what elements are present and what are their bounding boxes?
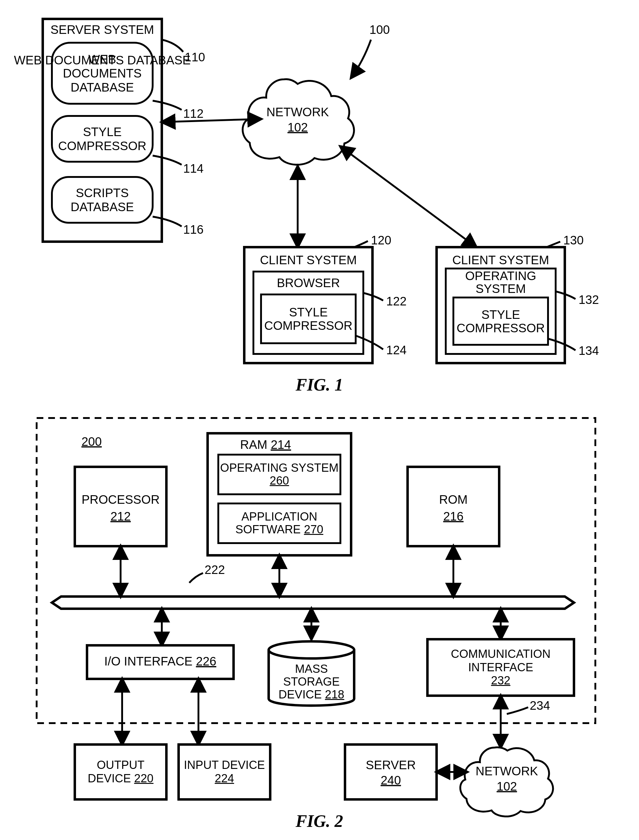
output-device-ref: 220 [134,772,153,785]
fig1-ref: 100 [369,23,390,36]
mass-storage-ref: 218 [325,688,344,701]
comm-interface-ref: 232 [491,674,510,687]
fig2: 200 PROCESSOR 212 RAM 214 OPERATING SYST… [37,418,595,830]
processor-ref: 212 [111,510,131,523]
server [345,745,437,799]
comm-interface-label: COMMUNICATION INTERFACE [451,647,551,674]
processor [75,467,166,546]
client-b-os-ref: 132 [579,293,599,306]
io-interface-label: I/O INTERFACE [105,655,192,668]
client-system-b: CLIENT SYSTEM OPERATING SYSTEM STYLE COM… [437,247,565,363]
svg-point-13 [269,641,354,658]
web-docs-db-ref: 112 [183,107,203,120]
comm-link-ref: 234 [530,699,550,712]
fig2-network-ref: 102 [497,780,517,793]
client-system-a: CLIENT SYSTEM BROWSER STYLE COMPRESSOR [244,247,372,363]
scripts-db-ref: 116 [183,223,203,236]
client-b-sc-label: STYLE COMPRESSOR [453,298,548,345]
ram-os-label: OPERATING SYSTEM [220,461,339,474]
ram-app-ref: 270 [304,523,323,536]
web-docs-db-label: WEB DOCUMENTS DATABASE [52,43,153,104]
client-a-title: CLIENT SYSTEM [260,253,357,267]
server-label: SERVER [366,758,416,772]
server-style-compressor-label: STYLE COMPRESSOR [52,116,153,162]
svg-text:I/O INTERFACE  226: I/O INTERFACE 226 [105,655,216,668]
bus [52,596,574,609]
rom [408,467,499,546]
diagram-canvas: .bx{fill:#fff;stroke:#000;stroke-width:6… [0,0,639,840]
rom-label: ROM [439,493,467,506]
client-b-ref: 130 [563,233,584,247]
ram-label: RAM 214 [240,438,291,451]
processor-label: PROCESSOR [81,493,160,506]
system-ref: 200 [81,435,102,448]
client-a-ref: 120 [371,233,391,247]
svg-line-3 [340,146,476,247]
client-a-style-compressor-label: STYLE COMPRESSOR [261,295,356,343]
scripts-db-label: SCRIPTS DATABASE [52,177,153,223]
client-a-sc-ref: 124 [386,343,407,357]
browser-label: BROWSER [277,276,340,290]
browser-ref: 122 [386,295,407,308]
client-b-title: CLIENT SYSTEM [452,253,549,267]
client-b-sc-ref: 134 [579,344,599,357]
server-ref: 240 [381,773,401,787]
input-device-label: INPUT DEVICE [184,759,265,771]
server-system-title: SERVER SYSTEM [50,23,154,36]
fig1-caption: FIG. 1 [295,375,343,394]
bus-ref: 222 [205,563,225,576]
rom-ref: 216 [443,510,464,523]
io-interface-ref: 226 [196,655,216,668]
ram-os-ref: 260 [270,474,289,487]
client-b-os-label: OPERATING SYSTEM [446,268,556,296]
network-cloud: NETWORK 102 [243,79,354,165]
network-label: NETWORK [267,105,329,119]
fig2-network-label: NETWORK [476,764,538,778]
network-ref: 102 [288,120,308,134]
fig2-network-cloud: NETWORK 102 [460,747,553,816]
input-device-ref: 224 [215,772,234,785]
fig1: 100 SERVER SYSTEM 110 WEB DOCUMENTS DATA… [14,19,599,394]
fig2-caption: FIG. 2 [295,811,343,830]
server-style-compressor-ref: 114 [183,162,203,175]
